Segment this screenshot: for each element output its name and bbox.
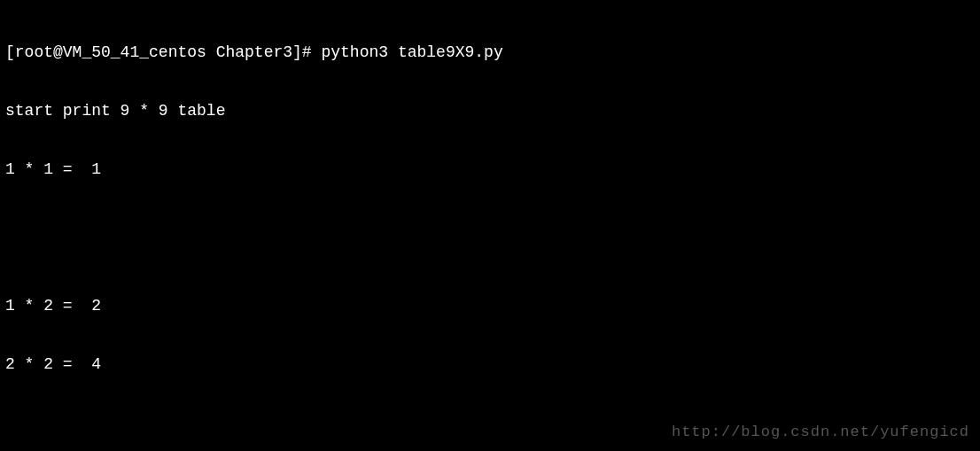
watermark-text: http://blog.csdn.net/yufengicd [672, 423, 969, 442]
shell-command: python3 table9X9.py [321, 43, 502, 62]
terminal-output-line: start print 9 * 9 table [5, 101, 975, 121]
terminal[interactable]: [root@VM_50_41_centos Chapter3]# python3… [5, 4, 975, 451]
terminal-output-line: 1 * 2 = 2 [5, 296, 975, 315]
terminal-output-line: 2 * 2 = 4 [5, 354, 975, 374]
terminal-output-line: 1 * 1 = 1 [5, 159, 975, 179]
prompt-line: [root@VM_50_41_centos Chapter3]# python3… [5, 43, 975, 62]
shell-prompt: [root@VM_50_41_centos Chapter3]# [5, 43, 321, 62]
